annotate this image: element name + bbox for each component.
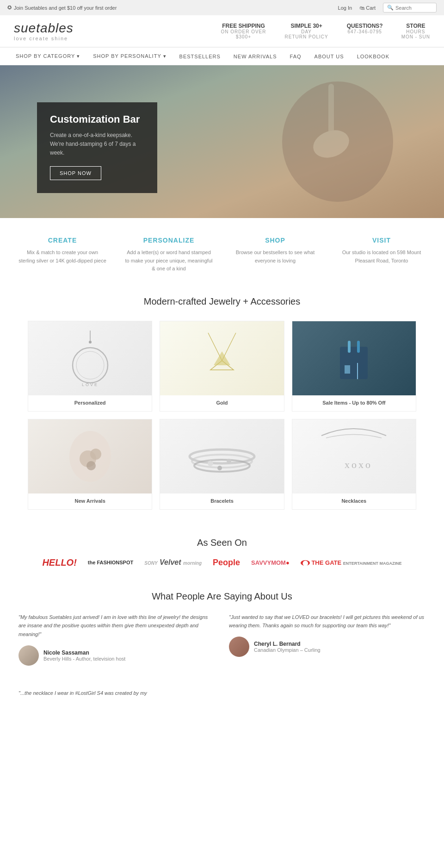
product-card-gold[interactable]: Gold	[160, 321, 284, 412]
returns-info: SIMPLE 30+ DAY RETURN POLICY	[285, 23, 328, 39]
product-grid: LOVE Personalized Gold	[0, 316, 444, 524]
press-logo-hello: HELLO!	[42, 557, 76, 568]
bottom-quote-text: "...the necklace I wear in #LostGirl S4 …	[18, 690, 147, 696]
logo-tagline: love create shine	[14, 36, 74, 41]
nav-lookbook[interactable]: LOOKBOOK	[351, 48, 396, 65]
nav-shop-by-personality[interactable]: SHOP BY PERSONALITY ▾	[86, 48, 173, 65]
feature-personalize-desc: Add a letter(s) or word hand stamped to …	[125, 249, 213, 273]
main-nav: SHOP BY CATEGORY ▾ SHOP BY PERSONALITY ▾…	[0, 47, 444, 65]
features-row: CREATE Mix & match to create your own st…	[0, 218, 444, 282]
cart-icon: 🛍	[359, 5, 364, 11]
feature-create: CREATE Mix & match to create your own st…	[9, 237, 116, 273]
feature-visit: VISIT Our studio is located on 598 Mount…	[328, 237, 435, 273]
product-card-new-arrivals[interactable]: New Arrivals	[28, 419, 152, 510]
login-link[interactable]: Log In	[338, 5, 352, 11]
feature-shop-desc: Browse our bestsellers to see what every…	[231, 249, 319, 265]
testimonial-1-author: Nicole Sassaman Beverly Hills - Author, …	[18, 645, 215, 666]
press-logo-velvet: SONY Velvet morning	[144, 558, 202, 567]
hero-overlay: Customization Bar Create a one-of-a-kind…	[37, 102, 157, 193]
svg-point-19	[90, 449, 101, 460]
nav-shop-by-category[interactable]: SHOP BY CATEGORY ▾	[9, 48, 86, 65]
product-card-personalized[interactable]: LOVE Personalized	[28, 321, 152, 412]
shipping-info: FREE SHIPPING ON ORDER OVER $300+	[221, 23, 266, 39]
svg-rect-15	[345, 365, 350, 374]
nav-about-us[interactable]: ABOUT US	[308, 48, 351, 65]
returns-title: SIMPLE 30+	[285, 23, 328, 29]
cart-link[interactable]: 🛍 Cart	[359, 5, 376, 11]
product-img-sale	[292, 321, 416, 395]
testimonials-title: What People Are Saying About Us	[18, 591, 426, 602]
press-logo-savvymom: SAVVYMOM●	[251, 559, 290, 566]
product-label-sale: Sale Items - Up to 80% Off	[292, 395, 416, 411]
header-info: FREE SHIPPING ON ORDER OVER $300+ SIMPLE…	[221, 23, 431, 39]
testimonial-2: "Just wanted to say that we LOVED our br…	[229, 613, 426, 666]
shipping-sub1: ON ORDER OVER	[221, 29, 266, 34]
hero-title: Customization Bar	[50, 113, 144, 125]
questions-info: QUESTIONS? 647-346-0795	[347, 23, 383, 39]
questions-phone: 647-346-0795	[347, 29, 383, 34]
search-input[interactable]	[395, 5, 432, 11]
product-img-personalized: LOVE	[28, 321, 152, 395]
top-bar: ✪ Join Suetables and get $10 off your fi…	[0, 0, 444, 15]
svg-point-26	[217, 466, 222, 470]
testimonial-1: "My fabulous Suetables just arrived! I a…	[18, 613, 215, 666]
feature-personalize: PERSONALIZE Add a letter(s) or word hand…	[116, 237, 222, 273]
top-bar-right: Log In 🛍 Cart 🔍	[338, 3, 437, 12]
store-info: STORE HOURS MON - SUN	[401, 23, 430, 39]
svg-point-4	[89, 341, 92, 343]
search-icon: 🔍	[387, 5, 394, 11]
product-label-necklaces: Necklaces	[292, 493, 416, 509]
star-icon: ✪	[7, 5, 12, 11]
nav-new-arrivals[interactable]: NEW ARRIVALS	[227, 48, 284, 65]
returns-sub2: RETURN POLICY	[285, 34, 328, 39]
svg-text:xoxo: xoxo	[345, 459, 372, 470]
nav-bestsellers[interactable]: BESTSELLERS	[173, 48, 227, 65]
svg-point-24	[208, 461, 213, 466]
feature-shop: SHOP Browse our bestsellers to see what …	[222, 237, 328, 273]
testimonials-section: What People Are Saying About Us "My fabu…	[0, 582, 444, 680]
hero-shop-now-button[interactable]: SHOP NOW	[50, 166, 101, 180]
press-logo-people: People	[213, 558, 240, 568]
author-1-name: Nicole Sassaman	[43, 649, 125, 656]
author-2-title: Canadian Olympian – Curling	[254, 647, 321, 653]
press-logo-fashionspot: the FASHIONSPOT	[88, 560, 133, 565]
svg-point-20	[86, 461, 96, 470]
svg-point-6	[76, 351, 104, 379]
author-1-title: Beverly Hills - Author, television host	[43, 656, 125, 662]
hero-banner: Customization Bar Create a one-of-a-kind…	[0, 65, 444, 218]
hero-image	[268, 75, 407, 209]
author-2-name: Cheryl L. Bernard	[254, 641, 321, 647]
product-img-bracelets	[160, 419, 284, 493]
store-hours-label: HOURS	[401, 29, 430, 34]
promo-text: Join Suetables and get $10 off your firs…	[14, 5, 117, 11]
as-seen-on-title: As Seen On	[9, 537, 435, 548]
product-label-new-arrivals: New Arrivals	[28, 493, 152, 509]
product-card-bracelets[interactable]: Bracelets	[160, 419, 284, 510]
svg-point-5	[73, 348, 108, 383]
feature-create-desc: Mix & match to create your own sterling …	[18, 249, 106, 265]
avatar-1	[18, 645, 39, 666]
product-card-necklaces[interactable]: xoxo Necklaces	[292, 419, 416, 510]
svg-rect-12	[340, 347, 368, 379]
testimonial-2-text: "Just wanted to say that we LOVED our br…	[229, 613, 426, 630]
testimonial-2-author: Cheryl L. Bernard Canadian Olympian – Cu…	[229, 637, 426, 657]
product-img-gold	[160, 321, 284, 395]
promo-area: ✪ Join Suetables and get $10 off your fi…	[7, 5, 117, 11]
bottom-quote: "...the necklace I wear in #LostGirl S4 …	[0, 680, 444, 707]
svg-marker-11	[214, 351, 230, 365]
feature-create-title: CREATE	[18, 237, 106, 244]
returns-sub1: DAY	[285, 29, 328, 34]
logo[interactable]: suetables love create shine	[14, 21, 74, 41]
nav-faq[interactable]: FAQ	[284, 48, 308, 65]
feature-personalize-title: PERSONALIZE	[125, 237, 213, 244]
product-label-gold: Gold	[160, 395, 284, 411]
product-card-sale[interactable]: Sale Items - Up to 80% Off	[292, 321, 416, 412]
svg-point-25	[227, 459, 231, 463]
site-header: suetables love create shine FREE SHIPPIN…	[0, 15, 444, 47]
svg-text:LOVE: LOVE	[82, 382, 99, 387]
testimonials-grid: "My fabulous Suetables just arrived! I a…	[18, 613, 426, 666]
search-bar[interactable]: 🔍	[383, 3, 437, 12]
products-section: Modern-crafted Jewelry + Accessories LOV…	[0, 282, 444, 524]
product-img-necklaces: xoxo	[292, 419, 416, 493]
hero-desc: Create a one-of-a-kind keepsake. We're h…	[50, 131, 144, 158]
